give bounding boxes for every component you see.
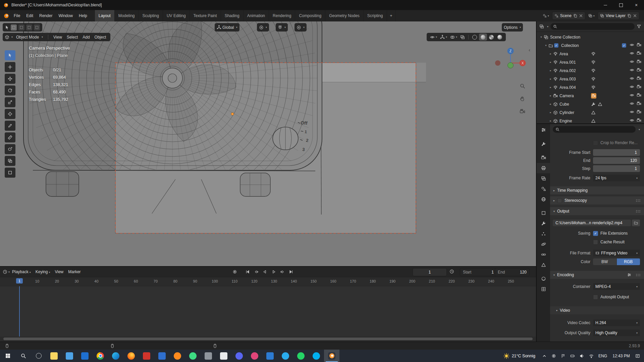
select-mode-subtract-button[interactable] — [26, 24, 32, 31]
chevron-down-icon[interactable]: ▾ — [543, 44, 548, 47]
extra-tool-2[interactable] — [5, 168, 15, 178]
blender-menu-icon[interactable] — [3, 13, 9, 19]
weather-widget[interactable]: 21°C Sonnig — [499, 350, 539, 362]
taskbar-app-app-white[interactable] — [216, 350, 231, 362]
encoding-panel-header[interactable]: ▾ Encoding — [550, 271, 644, 279]
scrollbar-thumb[interactable] — [3, 338, 533, 340]
selectability-checkbox[interactable]: ✓ — [622, 43, 626, 48]
output-panel-header[interactable]: ▾ Output — [550, 207, 644, 215]
chevron-right-icon[interactable]: ▸ — [548, 111, 553, 114]
tab-sculpting[interactable]: Sculpting — [139, 10, 163, 21]
panel-grip-icon[interactable] — [636, 199, 641, 202]
menu-file[interactable]: File — [11, 13, 23, 18]
color-rgb-button[interactable]: RGB — [617, 258, 640, 265]
taskbar-app-app-mail[interactable] — [77, 350, 93, 362]
disable-in-renders-toggle[interactable] — [637, 101, 641, 107]
tab-shading[interactable]: Shading — [221, 10, 244, 21]
frame-start-field[interactable]: Start 1 — [460, 268, 497, 276]
chevron-right-icon[interactable]: ▸ — [548, 69, 553, 72]
color-bw-button[interactable]: BW — [593, 258, 616, 265]
editor-type-icon[interactable] — [5, 35, 9, 40]
object-origin-dot[interactable] — [231, 113, 234, 115]
remove-view-layer-icon[interactable] — [633, 14, 637, 18]
taskbar-app-app-pink[interactable] — [247, 350, 262, 362]
select-mode-intersect-button[interactable] — [34, 24, 40, 31]
video-codec-dropdown[interactable]: H.264▾ — [593, 319, 640, 326]
pivot-point-dropdown[interactable]: ▾ — [257, 23, 269, 32]
play-reverse-button[interactable] — [261, 268, 269, 276]
viewport-menu-select[interactable]: Select — [64, 35, 80, 40]
taskbar-app-telegram[interactable] — [278, 350, 293, 362]
timeline-menu-marker[interactable]: Marker — [66, 269, 83, 274]
properties-tab-world[interactable] — [537, 194, 550, 204]
frame-end-field[interactable]: End 120 — [495, 268, 530, 276]
viewport-menu-object[interactable]: Object — [92, 35, 109, 40]
chevron-right-icon[interactable]: ▸ — [548, 61, 553, 64]
rotate-tool[interactable] — [5, 85, 15, 96]
jump-to-start-button[interactable] — [244, 268, 252, 276]
properties-tab-output[interactable] — [537, 163, 550, 173]
disable-in-renders-toggle[interactable] — [637, 93, 641, 99]
stopwatch-icon[interactable] — [449, 269, 454, 275]
scale-tool[interactable] — [5, 97, 15, 107]
shading-material-button[interactable] — [487, 34, 495, 41]
taskbar-app-blender[interactable] — [324, 350, 339, 362]
timeline-editor-icon[interactable] — [3, 269, 7, 274]
timeline-tracks[interactable] — [0, 286, 536, 337]
playhead[interactable]: 1 — [16, 278, 23, 284]
annotate-tool[interactable] — [5, 121, 15, 131]
chevron-right-icon[interactable]: ▸ — [548, 94, 553, 97]
chevron-right-icon[interactable]: ▸ — [548, 86, 553, 89]
tab-animation[interactable]: Animation — [244, 10, 269, 21]
timeline-ruler[interactable]: 1 11020304050607080901001101201301401501… — [0, 277, 536, 286]
auto-keying-toggle[interactable] — [231, 268, 239, 276]
maximize-button[interactable] — [613, 0, 629, 10]
container-dropdown[interactable]: MPEG-4▾ — [593, 283, 640, 290]
taskbar-app-file-explorer[interactable] — [46, 350, 62, 362]
axis-negative-x[interactable] — [495, 60, 500, 66]
tab-rendering[interactable]: Rendering — [269, 10, 295, 21]
outliner-editor[interactable]: ▾ ▾Scene Collection▾✓Collection✓▸Area▸Ar… — [537, 21, 644, 123]
timeline-menu-playback[interactable]: Playback▾ — [10, 269, 33, 274]
properties-tab-modifiers[interactable] — [537, 218, 550, 229]
properties-tab-scene[interactable] — [537, 184, 550, 194]
autosplit-checkbox[interactable] — [593, 295, 598, 300]
frame-rate-dropdown[interactable]: 24 fps▾ — [593, 175, 640, 181]
hide-in-viewport-toggle[interactable] — [630, 59, 634, 65]
view-layer-selector[interactable]: View Layer — [598, 12, 639, 20]
select-mode-set-button[interactable] — [11, 24, 17, 31]
tab-uv-editing[interactable]: UV Editing — [163, 10, 190, 21]
hide-in-viewport-toggle[interactable] — [630, 101, 634, 107]
outliner-row-cube[interactable]: ▸Cube — [537, 100, 644, 108]
taskbar-app-firefox[interactable] — [123, 350, 139, 362]
navigation-gizmo[interactable]: Z X — [494, 46, 527, 73]
next-keyframe-button[interactable] — [278, 268, 286, 276]
properties-tab-tool[interactable] — [537, 139, 550, 149]
3d-viewport[interactable]: Off123 Global ▾ ▾ — [0, 21, 536, 266]
frame-step-field[interactable]: 1 — [593, 165, 640, 172]
hide-in-viewport-toggle[interactable] — [630, 76, 634, 82]
browse-scene-button[interactable]: ▾ — [542, 13, 550, 18]
disable-in-renders-toggle[interactable] — [637, 59, 641, 65]
hide-in-viewport-toggle[interactable] — [630, 118, 634, 123]
tray-network[interactable] — [587, 350, 596, 362]
taskbar-app-app-green[interactable] — [185, 350, 201, 362]
gizmos-dropdown[interactable]: ▾ — [439, 35, 448, 40]
file-format-dropdown[interactable]: FFmpeg Video▾ — [593, 250, 640, 256]
chevron-right-icon[interactable]: ▸ — [548, 119, 553, 122]
extra-tool-1[interactable] — [5, 156, 15, 166]
menu-window[interactable]: Window — [55, 13, 76, 18]
measure-tool[interactable] — [5, 132, 15, 142]
pan-control[interactable] — [520, 96, 525, 103]
language-indicator[interactable]: ENG — [596, 354, 609, 358]
cortana-button[interactable] — [31, 350, 46, 362]
overlays-dropdown[interactable]: ▾ — [449, 35, 459, 40]
disable-in-renders-toggle[interactable] — [637, 76, 641, 82]
filter-icon[interactable] — [637, 24, 641, 29]
shading-rendered-button[interactable] — [496, 34, 504, 41]
chevron-right-icon[interactable]: ▸ — [548, 52, 553, 55]
menu-render[interactable]: Render — [36, 13, 55, 18]
select-mode-extend-button[interactable] — [18, 24, 24, 31]
outliner-editor-icon[interactable] — [539, 24, 544, 29]
tab-modeling[interactable]: Modeling — [115, 10, 139, 21]
